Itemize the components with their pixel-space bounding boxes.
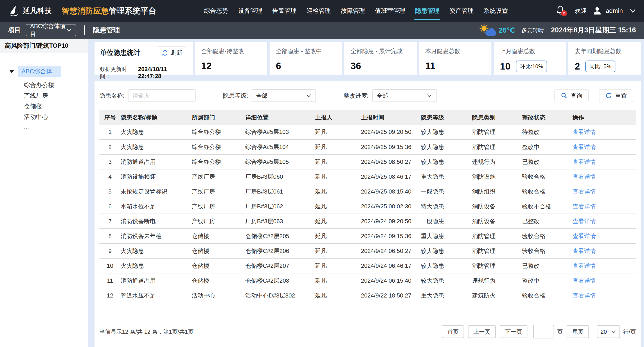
cell: 延凡 xyxy=(315,229,361,244)
stat-card-label: 全部隐患 - 整改中 xyxy=(276,47,336,55)
nav-item-2[interactable]: 设备管理 xyxy=(238,6,263,16)
sidebar: 高风险部门/建筑TOP10 ABC综合体 综合办公楼产线厂房仓储楼活动中心... xyxy=(0,39,88,347)
temperature: 26℃ xyxy=(499,26,515,34)
prev-page-button[interactable]: 上一页 xyxy=(468,326,496,338)
stat-card-1: 全部隐患-待整改12 xyxy=(195,42,267,75)
cell: 重大隐患 xyxy=(421,229,472,244)
cell: 4 xyxy=(100,169,120,184)
view-details-link[interactable]: 查看详情 xyxy=(572,203,596,210)
table-row: 6水箱水位不足产线厂房厂房B#3层062延凡2024/9/25 08:02:30… xyxy=(100,199,636,214)
nav-item-1[interactable]: 综合态势 xyxy=(204,6,228,16)
nav-item-8[interactable]: 资产管理 xyxy=(449,6,474,16)
view-details-link[interactable]: 查看详情 xyxy=(572,248,596,254)
cell: 2024/9/24 06:46:17 xyxy=(361,258,421,273)
cell: 消防设施损坏 xyxy=(120,169,192,184)
nav-item-3[interactable]: 告警管理 xyxy=(272,6,297,16)
cell: 火灾隐患 xyxy=(120,258,192,273)
cell: 2024/9/24 09:15:36 xyxy=(361,229,421,244)
pagination-controls: 首页 上一页 下一页 页 尾页 20 行/页 xyxy=(442,325,636,338)
cell: 已整改 xyxy=(522,214,572,229)
company-name: 延凡科技 xyxy=(23,6,52,16)
page-size-select[interactable]: 20 xyxy=(597,326,620,338)
refresh-button[interactable]: 刷新 xyxy=(156,46,187,59)
nav-item-7[interactable]: 隐患管理 xyxy=(415,6,440,16)
cell: 2024/9/25 09:20:50 xyxy=(361,125,421,140)
reset-button[interactable]: 重置 xyxy=(599,89,633,102)
refresh-icon xyxy=(162,50,168,56)
view-details-link[interactable]: 查看详情 xyxy=(572,173,596,180)
next-page-button[interactable]: 下一页 xyxy=(500,326,528,338)
stat-card-value: 11 xyxy=(425,60,435,71)
sidebar-item-2[interactable]: 产线厂房 xyxy=(24,90,88,101)
cell: 延凡 xyxy=(315,199,361,214)
action-cell: 查看详情 xyxy=(572,140,636,154)
tree-children: 综合办公楼产线厂房仓储楼活动中心... xyxy=(24,80,88,132)
cell: 验收合格 xyxy=(522,184,572,199)
cell: 延凡 xyxy=(315,125,361,140)
view-details-link[interactable]: 查看详情 xyxy=(572,144,596,150)
cell: 10 xyxy=(100,258,120,273)
view-details-link[interactable]: 查看详情 xyxy=(572,233,596,240)
product-title-highlight: 智慧消防应急 xyxy=(62,6,109,15)
top-header: 延凡科技 智慧消防应急管理系统平台 综合态势设备管理告警管理巡检管理故障管理值班… xyxy=(0,0,644,22)
cell: 消防设备 xyxy=(472,199,522,214)
progress-select[interactable]: 全部 xyxy=(372,89,436,102)
notification-bell[interactable]: 2 xyxy=(556,6,566,16)
user-menu-chevron-icon[interactable] xyxy=(630,9,636,13)
view-details-link[interactable]: 查看详情 xyxy=(572,277,596,284)
table-row: 3消防通道占用综合办公楼综合楼A#5层105延凡2024/9/25 08:50:… xyxy=(100,154,636,169)
stat-card-label: 全部隐患-待整改 xyxy=(201,47,261,55)
sail-logo-icon xyxy=(8,5,20,17)
cell: 2024/9/24 06:50:27 xyxy=(361,244,421,258)
cell: 较大隐患 xyxy=(421,258,472,273)
caret-down-icon[interactable] xyxy=(10,70,14,73)
view-details-link[interactable]: 查看详情 xyxy=(572,262,596,269)
cell: 较大隐患 xyxy=(421,125,472,140)
divider xyxy=(84,26,85,35)
project-select[interactable]: ABC综合体项目 xyxy=(26,24,76,36)
nav-item-9[interactable]: 系统设置 xyxy=(483,6,508,16)
nav-item-6[interactable]: 值班室管理 xyxy=(374,6,406,16)
view-details-link[interactable]: 查看详情 xyxy=(572,158,596,165)
cell: 2024/9/25 09:15:36 xyxy=(361,140,421,154)
sub-header: 项目 ABC综合体项目 隐患管理 26℃ 多云转晴 2024年8月3日星期三 1… xyxy=(0,22,644,39)
sidebar-item-3[interactable]: 仓储楼 xyxy=(24,101,88,112)
cell: 消防管理 xyxy=(472,244,522,258)
sidebar-item-4[interactable]: 活动中心 xyxy=(24,112,88,122)
view-details-link[interactable]: 查看详情 xyxy=(572,292,596,299)
table-row: 2火灾隐患综合办公楼综合楼A#5层104延凡2024/9/25 09:15:36… xyxy=(100,140,636,154)
last-page-button[interactable]: 尾页 xyxy=(567,326,589,338)
cell: 仓储楼 xyxy=(192,258,245,273)
cell: 延凡 xyxy=(315,288,361,303)
cell: 火灾隐患 xyxy=(120,140,192,154)
nav-item-5[interactable]: 故障管理 xyxy=(340,6,366,16)
view-details-link[interactable]: 查看详情 xyxy=(572,188,596,195)
cell: 延凡 xyxy=(315,258,361,273)
hazard-name-input[interactable] xyxy=(128,89,196,102)
table-row: 5未按规定设置标识产线厂房厂房B#3层061延凡2024/9/25 08:15:… xyxy=(100,184,636,199)
cell: 仓储楼C#2层205 xyxy=(245,229,315,244)
user-avatar-icon[interactable] xyxy=(592,6,602,16)
view-details-link[interactable]: 查看详情 xyxy=(572,128,596,135)
update-time-value: 2024/10/11 22:47:28 xyxy=(138,66,187,80)
column-header-3: 所属部门 xyxy=(192,110,245,125)
cell: 消防设备未年检 xyxy=(120,229,192,244)
cell: 2024/9/25 08:46:17 xyxy=(361,169,421,184)
page-number-input[interactable] xyxy=(533,325,554,338)
cell: 重大隐患 xyxy=(421,169,472,184)
cell: 较大隐患 xyxy=(421,140,472,154)
cell: 消防设备断电 xyxy=(120,214,192,229)
view-details-link[interactable]: 查看详情 xyxy=(572,218,596,224)
stat-value-row: 6 xyxy=(276,60,336,71)
sidebar-item-root[interactable]: ABC综合体 xyxy=(10,66,88,78)
first-page-button[interactable]: 首页 xyxy=(442,326,464,338)
action-cell: 查看详情 xyxy=(572,288,636,303)
hazard-level-select[interactable]: 全部 xyxy=(252,89,316,102)
search-button[interactable]: 查询 xyxy=(554,89,589,102)
main-nav: 综合态势设备管理告警管理巡检管理故障管理值班室管理隐患管理资产管理系统设置 xyxy=(204,6,508,16)
column-header-6: 上报时间 xyxy=(361,110,421,125)
nav-item-4[interactable]: 巡检管理 xyxy=(306,6,331,16)
sidebar-item-1[interactable]: 综合办公楼 xyxy=(24,80,88,90)
sidebar-item-5[interactable]: ... xyxy=(24,122,88,132)
cell: 已整改 xyxy=(522,258,572,273)
